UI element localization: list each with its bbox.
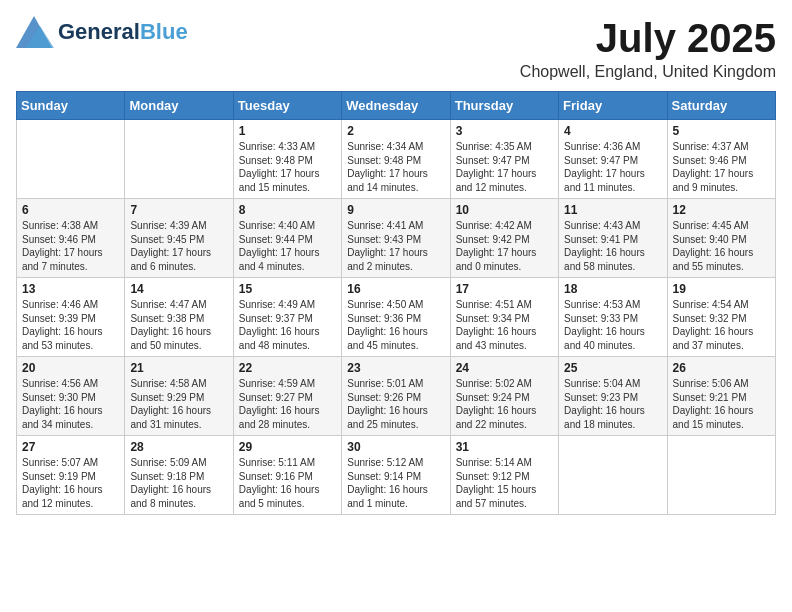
- weekday-header-saturday: Saturday: [667, 92, 775, 120]
- day-number: 20: [22, 361, 119, 375]
- cell-info: Sunrise: 4:53 AM Sunset: 9:33 PM Dayligh…: [564, 298, 661, 352]
- day-number: 1: [239, 124, 336, 138]
- cell-info: Sunrise: 4:46 AM Sunset: 9:39 PM Dayligh…: [22, 298, 119, 352]
- calendar-cell: 20Sunrise: 4:56 AM Sunset: 9:30 PM Dayli…: [17, 357, 125, 436]
- day-number: 31: [456, 440, 553, 454]
- title-block: July 2025 Chopwell, England, United King…: [520, 16, 776, 81]
- logo-text: GeneralBlue: [58, 20, 188, 44]
- cell-info: Sunrise: 4:33 AM Sunset: 9:48 PM Dayligh…: [239, 140, 336, 194]
- day-number: 21: [130, 361, 227, 375]
- cell-info: Sunrise: 4:49 AM Sunset: 9:37 PM Dayligh…: [239, 298, 336, 352]
- cell-info: Sunrise: 4:39 AM Sunset: 9:45 PM Dayligh…: [130, 219, 227, 273]
- cell-info: Sunrise: 5:09 AM Sunset: 9:18 PM Dayligh…: [130, 456, 227, 510]
- logo-icon: [16, 16, 54, 48]
- cell-info: Sunrise: 5:07 AM Sunset: 9:19 PM Dayligh…: [22, 456, 119, 510]
- calendar-cell: 18Sunrise: 4:53 AM Sunset: 9:33 PM Dayli…: [559, 278, 667, 357]
- weekday-header-row: SundayMondayTuesdayWednesdayThursdayFrid…: [17, 92, 776, 120]
- day-number: 23: [347, 361, 444, 375]
- calendar-cell: 27Sunrise: 5:07 AM Sunset: 9:19 PM Dayli…: [17, 436, 125, 515]
- weekday-header-wednesday: Wednesday: [342, 92, 450, 120]
- day-number: 9: [347, 203, 444, 217]
- day-number: 2: [347, 124, 444, 138]
- calendar-cell: 31Sunrise: 5:14 AM Sunset: 9:12 PM Dayli…: [450, 436, 558, 515]
- day-number: 14: [130, 282, 227, 296]
- calendar-week-row: 13Sunrise: 4:46 AM Sunset: 9:39 PM Dayli…: [17, 278, 776, 357]
- calendar-cell: 1Sunrise: 4:33 AM Sunset: 9:48 PM Daylig…: [233, 120, 341, 199]
- calendar-cell: 12Sunrise: 4:45 AM Sunset: 9:40 PM Dayli…: [667, 199, 775, 278]
- calendar-cell: 30Sunrise: 5:12 AM Sunset: 9:14 PM Dayli…: [342, 436, 450, 515]
- page-header: GeneralBlue July 2025 Chopwell, England,…: [16, 16, 776, 81]
- cell-info: Sunrise: 4:40 AM Sunset: 9:44 PM Dayligh…: [239, 219, 336, 273]
- day-number: 5: [673, 124, 770, 138]
- day-number: 8: [239, 203, 336, 217]
- day-number: 26: [673, 361, 770, 375]
- weekday-header-friday: Friday: [559, 92, 667, 120]
- calendar-cell: 6Sunrise: 4:38 AM Sunset: 9:46 PM Daylig…: [17, 199, 125, 278]
- cell-info: Sunrise: 5:14 AM Sunset: 9:12 PM Dayligh…: [456, 456, 553, 510]
- weekday-header-tuesday: Tuesday: [233, 92, 341, 120]
- day-number: 29: [239, 440, 336, 454]
- calendar-cell: 10Sunrise: 4:42 AM Sunset: 9:42 PM Dayli…: [450, 199, 558, 278]
- day-number: 10: [456, 203, 553, 217]
- cell-info: Sunrise: 4:34 AM Sunset: 9:48 PM Dayligh…: [347, 140, 444, 194]
- day-number: 3: [456, 124, 553, 138]
- calendar-cell: 28Sunrise: 5:09 AM Sunset: 9:18 PM Dayli…: [125, 436, 233, 515]
- cell-info: Sunrise: 4:58 AM Sunset: 9:29 PM Dayligh…: [130, 377, 227, 431]
- calendar-cell: 13Sunrise: 4:46 AM Sunset: 9:39 PM Dayli…: [17, 278, 125, 357]
- cell-info: Sunrise: 4:42 AM Sunset: 9:42 PM Dayligh…: [456, 219, 553, 273]
- location: Chopwell, England, United Kingdom: [520, 63, 776, 81]
- day-number: 12: [673, 203, 770, 217]
- calendar-cell: 5Sunrise: 4:37 AM Sunset: 9:46 PM Daylig…: [667, 120, 775, 199]
- calendar-cell: 24Sunrise: 5:02 AM Sunset: 9:24 PM Dayli…: [450, 357, 558, 436]
- calendar-cell: 26Sunrise: 5:06 AM Sunset: 9:21 PM Dayli…: [667, 357, 775, 436]
- calendar-week-row: 1Sunrise: 4:33 AM Sunset: 9:48 PM Daylig…: [17, 120, 776, 199]
- calendar-cell: [17, 120, 125, 199]
- cell-info: Sunrise: 4:43 AM Sunset: 9:41 PM Dayligh…: [564, 219, 661, 273]
- cell-info: Sunrise: 5:12 AM Sunset: 9:14 PM Dayligh…: [347, 456, 444, 510]
- day-number: 24: [456, 361, 553, 375]
- calendar-cell: 25Sunrise: 5:04 AM Sunset: 9:23 PM Dayli…: [559, 357, 667, 436]
- cell-info: Sunrise: 4:41 AM Sunset: 9:43 PM Dayligh…: [347, 219, 444, 273]
- month-title: July 2025: [520, 16, 776, 61]
- calendar-cell: [559, 436, 667, 515]
- calendar-cell: 14Sunrise: 4:47 AM Sunset: 9:38 PM Dayli…: [125, 278, 233, 357]
- calendar-cell: 11Sunrise: 4:43 AM Sunset: 9:41 PM Dayli…: [559, 199, 667, 278]
- day-number: 28: [130, 440, 227, 454]
- calendar-cell: 4Sunrise: 4:36 AM Sunset: 9:47 PM Daylig…: [559, 120, 667, 199]
- calendar-week-row: 27Sunrise: 5:07 AM Sunset: 9:19 PM Dayli…: [17, 436, 776, 515]
- calendar-cell: [125, 120, 233, 199]
- calendar-cell: 9Sunrise: 4:41 AM Sunset: 9:43 PM Daylig…: [342, 199, 450, 278]
- day-number: 18: [564, 282, 661, 296]
- day-number: 22: [239, 361, 336, 375]
- cell-info: Sunrise: 5:06 AM Sunset: 9:21 PM Dayligh…: [673, 377, 770, 431]
- day-number: 16: [347, 282, 444, 296]
- cell-info: Sunrise: 4:37 AM Sunset: 9:46 PM Dayligh…: [673, 140, 770, 194]
- cell-info: Sunrise: 4:36 AM Sunset: 9:47 PM Dayligh…: [564, 140, 661, 194]
- calendar-cell: 22Sunrise: 4:59 AM Sunset: 9:27 PM Dayli…: [233, 357, 341, 436]
- logo: GeneralBlue: [16, 16, 188, 48]
- day-number: 13: [22, 282, 119, 296]
- calendar-cell: 16Sunrise: 4:50 AM Sunset: 9:36 PM Dayli…: [342, 278, 450, 357]
- calendar-week-row: 20Sunrise: 4:56 AM Sunset: 9:30 PM Dayli…: [17, 357, 776, 436]
- cell-info: Sunrise: 4:59 AM Sunset: 9:27 PM Dayligh…: [239, 377, 336, 431]
- day-number: 11: [564, 203, 661, 217]
- cell-info: Sunrise: 4:47 AM Sunset: 9:38 PM Dayligh…: [130, 298, 227, 352]
- day-number: 7: [130, 203, 227, 217]
- calendar-cell: 7Sunrise: 4:39 AM Sunset: 9:45 PM Daylig…: [125, 199, 233, 278]
- calendar-cell: 17Sunrise: 4:51 AM Sunset: 9:34 PM Dayli…: [450, 278, 558, 357]
- day-number: 27: [22, 440, 119, 454]
- calendar-week-row: 6Sunrise: 4:38 AM Sunset: 9:46 PM Daylig…: [17, 199, 776, 278]
- day-number: 17: [456, 282, 553, 296]
- weekday-header-sunday: Sunday: [17, 92, 125, 120]
- day-number: 4: [564, 124, 661, 138]
- cell-info: Sunrise: 5:04 AM Sunset: 9:23 PM Dayligh…: [564, 377, 661, 431]
- calendar-cell: 3Sunrise: 4:35 AM Sunset: 9:47 PM Daylig…: [450, 120, 558, 199]
- cell-info: Sunrise: 5:01 AM Sunset: 9:26 PM Dayligh…: [347, 377, 444, 431]
- calendar-table: SundayMondayTuesdayWednesdayThursdayFrid…: [16, 91, 776, 515]
- calendar-cell: 21Sunrise: 4:58 AM Sunset: 9:29 PM Dayli…: [125, 357, 233, 436]
- cell-info: Sunrise: 4:45 AM Sunset: 9:40 PM Dayligh…: [673, 219, 770, 273]
- cell-info: Sunrise: 4:35 AM Sunset: 9:47 PM Dayligh…: [456, 140, 553, 194]
- weekday-header-monday: Monday: [125, 92, 233, 120]
- calendar-cell: 29Sunrise: 5:11 AM Sunset: 9:16 PM Dayli…: [233, 436, 341, 515]
- cell-info: Sunrise: 4:54 AM Sunset: 9:32 PM Dayligh…: [673, 298, 770, 352]
